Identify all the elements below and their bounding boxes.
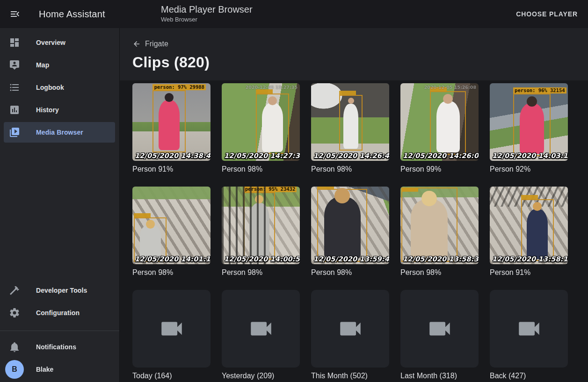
sidebar-item-user-profile[interactable]: B Blake (4, 359, 115, 380)
person-figure (411, 199, 448, 259)
folder-thumbnail (132, 290, 211, 368)
folder-thumbnail (400, 290, 479, 368)
detection-box (521, 199, 554, 261)
sidebar-item-label: History (36, 106, 59, 114)
clip-caption: Person 91% (490, 268, 568, 277)
person-figure (520, 103, 544, 154)
folder-caption: Today (164) (132, 371, 211, 380)
arrow-left-icon (132, 40, 141, 48)
person-figure (527, 209, 548, 259)
sidebar-item-configuration[interactable]: Configuration (4, 303, 115, 323)
detection-label-small (521, 195, 538, 199)
clip-tile[interactable]: person: 96% 3215412/05/2020 14:03:17Pers… (490, 83, 568, 173)
sidebar-item-logbook[interactable]: Logbook (4, 77, 115, 98)
clip-caption: Person 98% (222, 268, 300, 277)
sidebar-item-overview[interactable]: Overview (4, 32, 115, 53)
sidebar-item-label: Configuration (36, 309, 80, 317)
folder-tile-today[interactable]: Today (164) (132, 290, 211, 380)
map-person-icon (9, 59, 20, 71)
video-icon (337, 315, 364, 342)
clip-tile[interactable]: person: 97% 2998812/05/2020 14:38:47Pers… (132, 83, 211, 173)
detection-label: person: 95% 23432 (244, 187, 297, 192)
sidebar-item-label: Media Browser (36, 129, 83, 136)
sidebar-item-label: Map (36, 61, 49, 69)
clip-thumbnail: 12/05/2020 14:01:14 (132, 187, 211, 264)
clip-timestamp: 12/05/2020 13:58:17 (492, 255, 568, 263)
media-area: person: 97% 2998812/05/2020 14:38:47Pers… (120, 80, 588, 382)
sidebar-item-label: Logbook (36, 84, 64, 91)
clip-timestamp: 12/05/2020 14:00:52 (224, 255, 300, 263)
clip-caption: Person 91% (132, 165, 211, 173)
sidebar-item-map[interactable]: Map (4, 55, 115, 75)
choose-player-button[interactable]: CHOOSE PLAYER (511, 0, 582, 28)
folder-thumbnail (222, 290, 300, 368)
sidebar-item-media-browser[interactable]: Media Browser (4, 122, 115, 143)
detection-box: person: 97% 29988 (152, 90, 185, 152)
clip-tile[interactable]: 12/05/2020 13:58:17Person 91% (490, 187, 568, 277)
folder-tile-this-month[interactable]: This Month (502) (311, 290, 389, 380)
clip-thumbnail: 12/05/2020 13:58:17 (490, 187, 568, 264)
sidebar-item-notifications[interactable]: Notifications (4, 337, 115, 357)
clip-caption: Person 92% (490, 165, 568, 173)
clip-timestamp: 12/05/2020 13:59:49 (313, 255, 389, 263)
clip-tile[interactable]: 2020-12-05 15:26:0812/05/2020 14:26:07Pe… (400, 83, 479, 173)
clip-timestamp: 12/05/2020 14:03:17 (492, 152, 568, 159)
clip-timestamp: 12/05/2020 14:26:46 (313, 152, 389, 159)
clip-thumbnail: 12/05/2020 13:59:49 (311, 187, 389, 264)
main-content: Frigate Clips (820) person: 97% 2998812/… (120, 28, 588, 382)
avatar: B (5, 360, 24, 379)
sidebar-item-developer-tools[interactable]: Developer Tools (4, 280, 115, 301)
detection-box: person: 95% 23432 (244, 192, 275, 259)
video-icon (247, 315, 275, 342)
gear-icon (9, 307, 20, 318)
content-header: Frigate Clips (820) (120, 28, 588, 80)
clip-tile[interactable]: 12/05/2020 14:26:46Person 98% (311, 83, 389, 173)
clip-thumbnail: 2020-12-05 15:27:3512/05/2020 14:27:35 (222, 83, 300, 161)
app-title: Home Assistant (39, 9, 105, 20)
folder-tile-last-month[interactable]: Last Month (318) (400, 290, 479, 380)
clip-caption: Person 98% (311, 165, 389, 173)
sidebar: OverviewMapLogbookHistoryMedia Browser D… (0, 28, 120, 382)
clip-timestamp: 12/05/2020 14:27:35 (224, 152, 300, 159)
app-bar: Home Assistant Media Player Browser Web … (0, 0, 588, 28)
menu-open-icon (9, 8, 21, 20)
folder-thumbnail (490, 290, 568, 368)
person-figure (343, 104, 358, 149)
detection-label-small (401, 187, 418, 192)
page-heading: Clips (820) (132, 53, 577, 72)
folder-thumbnail (311, 290, 389, 368)
detection-label-small (339, 91, 356, 95)
folder-caption: This Month (502) (311, 371, 389, 380)
clip-tile[interactable]: 12/05/2020 13:58:30Person 98% (400, 187, 479, 277)
sidebar-spacer (0, 144, 119, 280)
person-figure (249, 203, 269, 258)
clip-tile[interactable]: person: 95% 2343212/05/2020 14:00:52Pers… (222, 187, 300, 277)
camera-osd-timestamp: 2020-12-05 15:27:35 (246, 85, 298, 90)
sidebar-toggle-button[interactable] (9, 8, 21, 20)
clip-timestamp: 12/05/2020 14:26:07 (403, 152, 479, 159)
logbook-list-icon (9, 82, 20, 93)
folder-caption: Yesterday (209) (222, 371, 300, 380)
sidebar-item-label: Overview (36, 39, 65, 46)
detection-box (317, 189, 367, 262)
bell-icon (9, 341, 20, 353)
clip-caption: Person 98% (222, 165, 300, 173)
clip-caption: Person 99% (400, 165, 479, 173)
breadcrumb-back-frigate[interactable]: Frigate (132, 39, 168, 49)
folder-tile-yesterday[interactable]: Yesterday (209) (222, 290, 300, 380)
clip-caption: Person 98% (400, 268, 479, 277)
dashboard-icon (9, 37, 20, 48)
breadcrumb-label: Frigate (145, 39, 168, 49)
clip-tile[interactable]: 12/05/2020 13:59:49Person 98% (311, 187, 389, 277)
clip-thumbnail: person: 96% 3215412/05/2020 14:03:17 (490, 83, 568, 161)
folder-tile-back[interactable]: Back (427) (490, 290, 568, 380)
media-browser-icon (9, 127, 20, 138)
clip-tile[interactable]: 12/05/2020 14:01:14Person 98% (132, 187, 211, 277)
clip-timestamp: 12/05/2020 14:01:14 (135, 255, 211, 263)
sidebar-item-history[interactable]: History (4, 100, 115, 120)
clip-timestamp: 12/05/2020 14:38:47 (135, 152, 211, 159)
detection-label-small (317, 187, 334, 189)
clip-tile[interactable]: 2020-12-05 15:27:3512/05/2020 14:27:35Pe… (222, 83, 300, 173)
hammer-icon (9, 285, 20, 296)
camera-osd-timestamp: 2020-12-05 15:26:08 (424, 85, 476, 90)
